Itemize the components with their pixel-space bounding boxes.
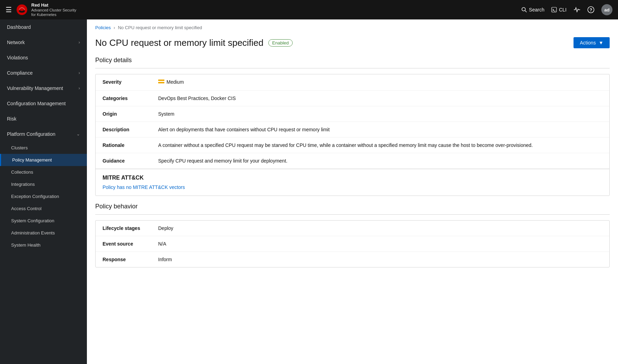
- cli-label: CLI: [559, 7, 567, 13]
- severity-text: Medium: [166, 79, 184, 85]
- value-response: Inform: [158, 257, 602, 262]
- svg-line-4: [525, 11, 527, 13]
- detail-row-severity: Severity Medium: [96, 74, 609, 91]
- detail-row-guidance: Guidance Specify CPU request and memory …: [96, 153, 609, 169]
- sidebar-item-access-control[interactable]: Access Control: [0, 202, 87, 215]
- section-divider: [95, 68, 610, 68]
- svg-rect-9: [158, 80, 164, 81]
- search-label: Search: [529, 7, 544, 13]
- page-title-row: No CPU request or memory limit specified…: [95, 38, 293, 48]
- value-categories: DevOps Best Practices, Docker CIS: [158, 96, 602, 101]
- policy-behavior-section-title: Policy behavior: [87, 201, 618, 214]
- sidebar-label-risk: Risk: [7, 116, 16, 122]
- main-content: Policies › No CPU request or memory limi…: [87, 19, 618, 364]
- sidebar-item-collections[interactable]: Collections: [0, 166, 87, 178]
- search-action[interactable]: Search: [521, 7, 544, 13]
- breadcrumb: Policies › No CPU request or memory limi…: [87, 19, 618, 33]
- detail-row-response: Response Inform: [96, 252, 609, 267]
- hamburger-menu[interactable]: ☰: [6, 6, 12, 14]
- value-guidance: Specify CPU request and memory limit for…: [158, 158, 602, 164]
- sidebar-item-network[interactable]: Network ›: [0, 35, 87, 50]
- status-badge: Enabled: [268, 39, 293, 47]
- sidebar-item-platform-configuration[interactable]: Platform Configuration ⌄: [0, 126, 87, 142]
- sidebar-item-policy-management[interactable]: Policy Management: [0, 154, 87, 166]
- label-severity: Severity: [103, 79, 158, 85]
- breadcrumb-separator: ›: [114, 25, 115, 30]
- chevron-right-icon: ›: [79, 86, 80, 91]
- cli-action[interactable]: CLI: [551, 7, 567, 13]
- sidebar-label-dashboard: Dashboard: [7, 24, 31, 30]
- brand-text: Red Hat Advanced Cluster Securityfor Kub…: [31, 2, 76, 17]
- policy-details-card: Severity Medium Categories DevOps Best P…: [95, 74, 610, 196]
- label-guidance: Guidance: [103, 158, 158, 164]
- svg-rect-5: [552, 7, 556, 12]
- sidebar-item-vulnerability-management[interactable]: Vulnerability Management ›: [0, 81, 87, 96]
- sidebar-item-administration-events[interactable]: Administration Events: [0, 227, 87, 239]
- sidebar-label-config-mgmt: Configuration Management: [7, 101, 66, 106]
- sidebar-label-network: Network: [7, 40, 25, 45]
- actions-button[interactable]: Actions ▼: [574, 37, 610, 48]
- user-avatar[interactable]: ad: [601, 4, 612, 15]
- svg-point-2: [20, 9, 24, 11]
- value-lifecycle: Deploy: [158, 225, 602, 231]
- sidebar-item-configuration-management[interactable]: Configuration Management: [0, 96, 87, 111]
- label-categories: Categories: [103, 96, 158, 101]
- sidebar-label-collections: Collections: [11, 169, 33, 175]
- label-description: Description: [103, 127, 158, 132]
- sidebar-label-system-health: System Health: [11, 242, 41, 248]
- cli-icon: [551, 7, 557, 13]
- breadcrumb-parent-link[interactable]: Policies: [95, 25, 111, 30]
- sidebar-item-violations[interactable]: Violations: [0, 50, 87, 65]
- pulse-icon[interactable]: [574, 6, 580, 13]
- sidebar-item-system-health[interactable]: System Health: [0, 239, 87, 251]
- value-severity: Medium: [158, 79, 602, 85]
- detail-row-lifecycle: Lifecycle stages Deploy: [96, 221, 609, 236]
- sidebar-item-integrations[interactable]: Integrations: [0, 178, 87, 190]
- chevron-down-icon: ▼: [599, 40, 603, 46]
- actions-button-label: Actions: [580, 40, 596, 46]
- sidebar-label-system-config: System Configuration: [11, 218, 54, 223]
- detail-row-description: Description Alert on deployments that ha…: [96, 122, 609, 138]
- sidebar-item-exception-configuration[interactable]: Exception Configuration: [0, 190, 87, 202]
- sidebar-label-vulnerability: Vulnerability Management: [7, 85, 63, 91]
- chevron-right-icon: ›: [79, 71, 80, 75]
- layout: Dashboard Network › Violations Complianc…: [0, 19, 618, 364]
- sidebar-label-policy-management: Policy Management: [12, 157, 52, 163]
- svg-rect-10: [158, 82, 164, 83]
- policy-details-section-title: Policy details: [87, 55, 618, 68]
- sidebar-label-exception-config: Exception Configuration: [11, 194, 59, 199]
- sidebar-label-platform-config: Platform Configuration: [7, 131, 55, 137]
- sidebar-label-access-control: Access Control: [11, 206, 41, 211]
- label-lifecycle: Lifecycle stages: [103, 225, 158, 231]
- chevron-down-icon: ⌄: [76, 132, 80, 136]
- value-origin: System: [158, 111, 602, 117]
- sidebar-label-violations: Violations: [7, 55, 28, 60]
- brand: Red Hat Advanced Cluster Securityfor Kub…: [16, 2, 521, 17]
- value-rationale: A container without a specified CPU requ…: [158, 142, 602, 148]
- label-event-source: Event source: [103, 241, 158, 247]
- sidebar-item-clusters[interactable]: Clusters: [0, 142, 87, 154]
- question-icon: ?: [587, 6, 594, 13]
- sidebar-item-dashboard[interactable]: Dashboard: [0, 19, 87, 35]
- mitre-section: MITRE ATT&CK Policy has no MITRE ATT&CK …: [96, 169, 609, 196]
- sidebar-label-compliance: Compliance: [7, 70, 33, 76]
- search-icon: [521, 7, 527, 13]
- sidebar-item-risk[interactable]: Risk: [0, 111, 87, 126]
- redhat-logo: [16, 4, 28, 16]
- page-title: No CPU request or memory limit specified: [95, 38, 263, 48]
- label-rationale: Rationale: [103, 142, 158, 148]
- breadcrumb-current: No CPU request or memory limit specified: [118, 25, 202, 30]
- severity-medium-icon: [158, 80, 164, 84]
- sidebar-item-system-configuration[interactable]: System Configuration: [0, 215, 87, 227]
- top-navigation: ☰ Red Hat Advanced Cluster Securityfor K…: [0, 0, 618, 19]
- chevron-right-icon: ›: [79, 40, 80, 45]
- help-icon[interactable]: ?: [587, 6, 594, 13]
- detail-row-categories: Categories DevOps Best Practices, Docker…: [96, 91, 609, 106]
- label-origin: Origin: [103, 111, 158, 117]
- severity-indicator: Medium: [158, 79, 184, 85]
- brand-name: Red Hat: [31, 2, 76, 8]
- detail-row-origin: Origin System: [96, 106, 609, 122]
- sidebar-item-compliance[interactable]: Compliance ›: [0, 65, 87, 81]
- policy-behavior-card: Lifecycle stages Deploy Event source N/A…: [95, 220, 610, 267]
- detail-row-rationale: Rationale A container without a specifie…: [96, 138, 609, 153]
